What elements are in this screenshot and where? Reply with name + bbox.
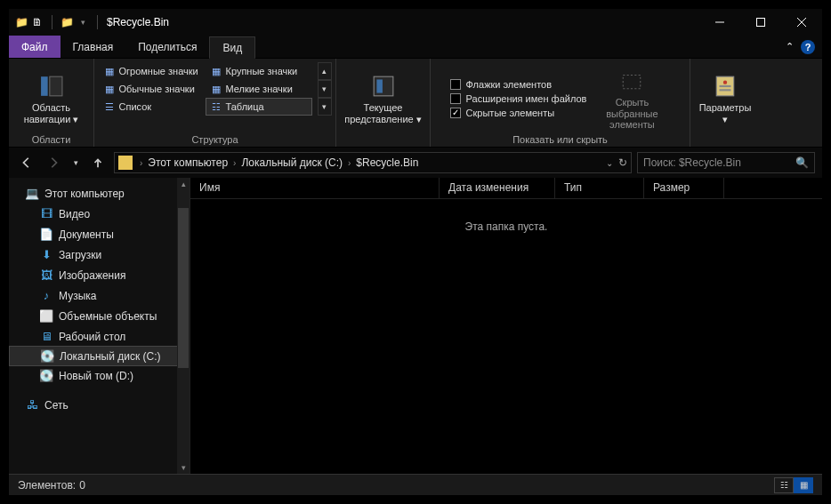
tab-share[interactable]: Поделиться <box>125 36 209 58</box>
layout-large[interactable]: ▦Крупные значки <box>206 62 312 80</box>
options-icon <box>712 73 738 100</box>
layout-medium[interactable]: ▦Обычные значки <box>99 80 206 98</box>
layout-scroll-up[interactable]: ▴ <box>318 62 332 80</box>
current-view-button[interactable]: Текущее представление ▾ <box>339 71 428 124</box>
history-dropdown[interactable]: ▾ <box>69 152 82 173</box>
minimize-button[interactable] <box>699 9 740 36</box>
refresh-icon[interactable]: ↻ <box>618 156 627 169</box>
tree-drive-d[interactable]: 💽Новый том (D:) <box>9 365 190 386</box>
tree-3d-objects[interactable]: ⬜Объемные объекты <box>9 306 190 326</box>
search-icon: 🔍 <box>795 156 809 169</box>
address-dropdown-icon[interactable]: ⌄ <box>606 158 613 168</box>
music-icon: ♪ <box>39 289 53 303</box>
checkbox-hidden-items[interactable]: Скрытые элементы <box>450 108 587 118</box>
svg-point-10 <box>723 81 727 84</box>
sidebar-scrollbar[interactable]: ▴ ▾ <box>177 178 190 474</box>
scrollbar-thumb[interactable] <box>178 208 189 368</box>
cube-icon: ⬜ <box>39 309 53 324</box>
video-icon: 🎞 <box>39 207 53 221</box>
svg-rect-4 <box>41 77 48 97</box>
navigation-pane-icon <box>38 73 65 100</box>
grid-icon: ▦ <box>103 83 116 95</box>
checkbox-item-checkboxes[interactable]: Флажки элементов <box>450 79 587 90</box>
checkbox-icon <box>450 93 461 104</box>
hide-selected-label: Скрыть выбранные элементы <box>593 97 670 131</box>
options-button[interactable]: Параметры▾ <box>694 71 756 124</box>
svg-rect-6 <box>374 77 393 97</box>
chevron-right-icon[interactable]: › <box>138 158 144 168</box>
layout-xlarge[interactable]: ▦Огромные значки <box>99 62 206 80</box>
svg-rect-12 <box>720 90 731 92</box>
breadcrumb-folder[interactable]: $Recycle.Bin <box>354 156 420 169</box>
search-placeholder: Поиск: $Recycle.Bin <box>643 156 741 169</box>
window-title: $Recycle.Bin <box>107 16 169 28</box>
maximize-button[interactable] <box>740 9 781 36</box>
drive-icon: 💽 <box>39 369 53 383</box>
drive-icon: 💽 <box>40 349 54 364</box>
tree-pictures[interactable]: 🖼Изображения <box>9 265 190 285</box>
current-view-label: Текущее представление ▾ <box>339 102 428 124</box>
grid-icon: ▦ <box>210 65 222 77</box>
folder-icon-2: 📁 <box>60 15 74 29</box>
svg-rect-7 <box>376 80 383 93</box>
column-type[interactable]: Тип <box>555 178 644 198</box>
chevron-right-icon[interactable]: › <box>346 158 352 168</box>
back-button[interactable] <box>16 152 37 173</box>
current-view-icon <box>370 73 397 100</box>
status-items-label: Элементов: <box>18 479 76 492</box>
view-large-toggle[interactable]: ▦ <box>794 477 813 493</box>
tree-documents[interactable]: 📄Документы <box>9 224 190 244</box>
grid-icon: ▦ <box>210 83 222 95</box>
view-details-toggle[interactable]: ☷ <box>774 477 794 493</box>
tab-home[interactable]: Главная <box>61 36 126 58</box>
breadcrumb-drive[interactable]: Локальный диск (C:) <box>239 156 344 169</box>
layout-details[interactable]: ☷Таблица <box>206 98 312 116</box>
folder-icon <box>118 156 133 170</box>
group-panes-label: Области <box>32 134 71 145</box>
scroll-up-icon[interactable]: ▴ <box>177 178 190 190</box>
hide-icon <box>618 68 645 94</box>
checkbox-file-extensions[interactable]: Расширения имен файлов <box>450 93 587 104</box>
column-size[interactable]: Размер <box>644 178 724 198</box>
tab-view[interactable]: Вид <box>209 36 255 59</box>
tree-music[interactable]: ♪Музыка <box>9 285 190 306</box>
tree-this-pc[interactable]: 💻Этот компьютер <box>9 183 190 204</box>
options-label: Параметры▾ <box>699 102 752 124</box>
properties-icon[interactable]: 🗎 <box>30 15 44 29</box>
scroll-down-icon[interactable]: ▾ <box>177 461 190 474</box>
tab-file[interactable]: Файл <box>9 36 61 58</box>
up-button[interactable] <box>87 152 109 173</box>
tree-downloads[interactable]: ⬇Загрузки <box>9 244 190 265</box>
breadcrumb-pc[interactable]: Этот компьютер <box>146 156 230 169</box>
collapse-ribbon-icon[interactable]: ⌃ <box>786 41 794 52</box>
layout-more[interactable]: ▾ <box>318 98 332 116</box>
chevron-right-icon[interactable]: › <box>231 158 238 168</box>
separator <box>97 15 98 29</box>
tree-drive-c[interactable]: 💽Локальный диск (C:) <box>9 346 190 366</box>
details-icon: ☷ <box>210 100 222 113</box>
checkbox-icon <box>450 79 461 90</box>
address-bar[interactable]: › Этот компьютер › Локальный диск (C:) ›… <box>114 152 632 173</box>
tree-desktop[interactable]: 🖥Рабочий стол <box>9 326 190 347</box>
layout-list[interactable]: ☰Список <box>99 98 206 116</box>
tree-videos[interactable]: 🎞Видео <box>9 204 190 224</box>
qat-dropdown-icon[interactable]: ▾ <box>76 15 90 29</box>
layout-small[interactable]: ▦Мелкие значки <box>206 80 312 98</box>
forward-button[interactable] <box>43 152 64 173</box>
status-items-count: 0 <box>79 479 85 492</box>
svg-rect-5 <box>49 77 61 97</box>
layout-scroll-down[interactable]: ▾ <box>318 80 332 98</box>
search-input[interactable]: Поиск: $Recycle.Bin 🔍 <box>637 152 815 173</box>
network-icon: 🖧 <box>25 398 39 412</box>
folder-icon: 📁 <box>14 15 28 29</box>
desktop-icon: 🖥 <box>39 330 53 344</box>
help-icon[interactable]: ? <box>801 40 815 54</box>
pictures-icon: 🖼 <box>39 268 53 283</box>
navigation-pane-button[interactable]: Область навигации ▾ <box>14 71 89 124</box>
tree-network[interactable]: 🖧Сеть <box>9 395 190 415</box>
hide-selected-button[interactable]: Скрыть выбранные элементы <box>593 66 670 131</box>
close-button[interactable] <box>781 9 822 36</box>
download-icon: ⬇ <box>39 248 53 262</box>
column-name[interactable]: Имя <box>190 178 440 198</box>
column-date[interactable]: Дата изменения <box>440 178 555 198</box>
